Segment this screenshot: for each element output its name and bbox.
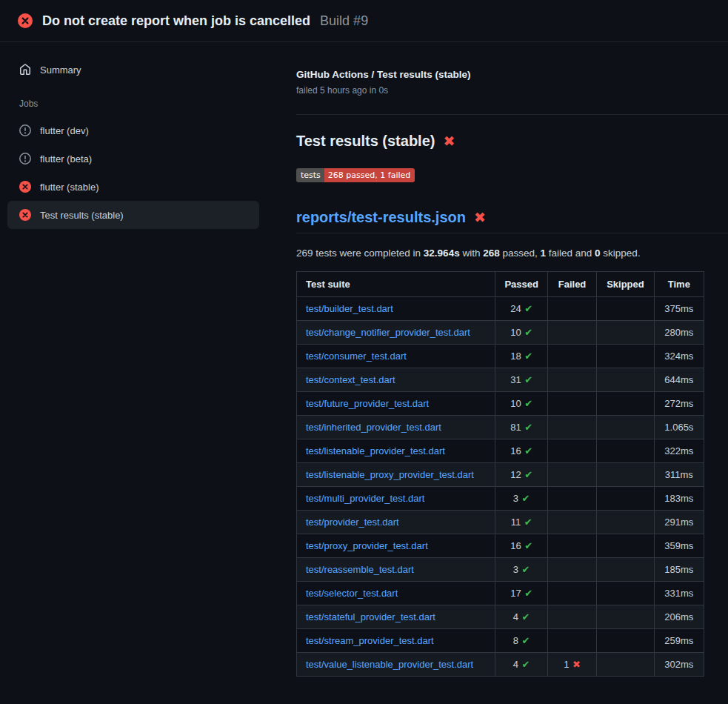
table-row: test/reassemble_test.dart3 ✔185ms — [297, 558, 704, 582]
failed-cell — [547, 439, 596, 463]
page-title: Do not create report when job is cancell… — [42, 13, 310, 29]
failed-status-icon — [19, 209, 31, 221]
failed-cell — [547, 368, 596, 392]
test-suite-link[interactable]: test/listenable_provider_test.dart — [306, 445, 445, 456]
skipped-cell — [597, 558, 655, 582]
passed-count: 3 — [513, 564, 518, 575]
suite-cell: test/selector_test.dart — [297, 582, 495, 605]
job-label: flutter (dev) — [40, 125, 89, 136]
failed-check-icon — [18, 13, 33, 28]
passed-count: 12 — [510, 469, 521, 480]
jobs-section-label: Jobs — [0, 84, 267, 116]
suite-cell: test/stateful_provider_test.dart — [297, 605, 495, 629]
suite-cell: test/consumer_test.dart — [297, 345, 495, 368]
report-file-link[interactable]: reports/test-results.json — [296, 209, 466, 226]
passed-cell: 12 ✔ — [495, 463, 548, 487]
sidebar-job-item[interactable]: flutter (dev) — [7, 116, 259, 145]
tests-status-badge: tests 268 passed, 1 failed — [296, 168, 415, 182]
passed-cell: 11 ✔ — [495, 511, 548, 534]
test-results-table: Test suite Passed Failed Skipped Time te… — [296, 271, 704, 677]
passed-count: 17 — [510, 588, 521, 599]
table-row: test/consumer_test.dart18 ✔324ms — [297, 345, 704, 368]
time-cell: 359ms — [654, 534, 704, 558]
suite-cell: test/proxy_provider_test.dart — [297, 534, 495, 558]
pass-check-icon: ✔ — [518, 564, 530, 575]
time-cell: 324ms — [654, 345, 704, 368]
table-header-row: Test suite Passed Failed Skipped Time — [297, 272, 704, 297]
summary-segment: 268 — [483, 248, 500, 259]
test-suite-link[interactable]: test/listenable_proxy_provider_test.dart — [306, 469, 474, 480]
time-cell: 259ms — [654, 629, 704, 653]
test-suite-link[interactable]: test/stream_provider_test.dart — [306, 635, 434, 646]
pass-check-icon: ✔ — [518, 635, 530, 646]
neutral-status-icon — [19, 124, 31, 136]
passed-count: 10 — [510, 398, 521, 409]
test-suite-link[interactable]: test/value_listenable_provider_test.dart — [306, 659, 473, 670]
sidebar-job-item[interactable]: Test results (stable) — [7, 201, 259, 229]
column-header-failed: Failed — [547, 272, 596, 297]
summary-segment: 32.964s — [424, 248, 460, 259]
table-row: test/proxy_provider_test.dart16 ✔359ms — [297, 534, 704, 558]
suite-cell: test/inherited_provider_test.dart — [297, 416, 495, 439]
passed-count: 10 — [510, 327, 521, 338]
skipped-cell — [597, 416, 655, 439]
passed-count: 4 — [513, 659, 518, 670]
test-suite-link[interactable]: test/reassemble_test.dart — [306, 564, 414, 575]
test-suite-link[interactable]: test/stateful_provider_test.dart — [306, 611, 435, 622]
failed-cell — [547, 463, 596, 487]
test-suite-link[interactable]: test/builder_test.dart — [306, 303, 393, 314]
passed-count: 81 — [510, 422, 521, 433]
failed-cell — [547, 392, 596, 416]
test-suite-link[interactable]: test/inherited_provider_test.dart — [306, 422, 441, 433]
test-suite-link[interactable]: test/future_provider_test.dart — [306, 398, 429, 409]
failed-cell — [547, 416, 596, 439]
table-row: test/listenable_provider_test.dart16 ✔32… — [297, 439, 704, 463]
test-suite-link[interactable]: test/context_test.dart — [306, 374, 395, 385]
table-row: test/value_listenable_provider_test.dart… — [297, 653, 704, 677]
sidebar-job-item[interactable]: flutter (stable) — [7, 173, 259, 201]
failed-cell — [547, 582, 596, 605]
test-suite-link[interactable]: test/multi_provider_test.dart — [306, 493, 424, 504]
table-row: test/selector_test.dart17 ✔331ms — [297, 582, 704, 605]
failed-cell — [547, 605, 596, 629]
suite-cell: test/change_notifier_provider_test.dart — [297, 321, 495, 345]
column-header-test-suite: Test suite — [297, 272, 495, 297]
test-suite-link[interactable]: test/proxy_provider_test.dart — [306, 540, 428, 551]
time-cell: 644ms — [654, 368, 704, 392]
fail-x-icon: ✖ — [443, 134, 455, 148]
test-suite-link[interactable]: test/provider_test.dart — [306, 517, 399, 528]
skipped-cell — [597, 487, 655, 511]
passed-cell: 3 ✔ — [495, 487, 548, 511]
time-cell: 280ms — [654, 321, 704, 345]
test-suite-link[interactable]: test/change_notifier_provider_test.dart — [306, 327, 470, 338]
failed-cell — [547, 534, 596, 558]
skipped-cell — [597, 605, 655, 629]
passed-cell: 4 ✔ — [495, 605, 548, 629]
test-suite-link[interactable]: test/consumer_test.dart — [306, 351, 407, 362]
suite-cell: test/listenable_proxy_provider_test.dart — [297, 463, 495, 487]
table-row: test/context_test.dart31 ✔644ms — [297, 368, 704, 392]
pass-check-icon: ✔ — [518, 493, 530, 504]
pass-check-icon: ✔ — [518, 611, 530, 622]
sidebar-item-summary[interactable]: Summary — [7, 56, 259, 84]
table-row: test/stream_provider_test.dart8 ✔259ms — [297, 629, 704, 653]
passed-count: 16 — [510, 540, 521, 551]
check-run-header: Do not create report when job is cancell… — [0, 0, 728, 42]
passed-cell: 16 ✔ — [495, 439, 548, 463]
build-number: Build #9 — [320, 13, 368, 29]
passed-count: 24 — [510, 303, 521, 314]
sidebar-job-item[interactable]: flutter (beta) — [7, 145, 259, 173]
table-row: test/inherited_provider_test.dart81 ✔1.0… — [297, 416, 704, 439]
time-cell: 302ms — [654, 653, 704, 677]
passed-count: 3 — [513, 493, 518, 504]
pass-check-icon: ✔ — [521, 374, 532, 385]
suite-cell: test/provider_test.dart — [297, 511, 495, 534]
skipped-cell — [597, 534, 655, 558]
job-label: flutter (beta) — [40, 153, 92, 165]
passed-cell: 81 ✔ — [495, 416, 548, 439]
test-suite-link[interactable]: test/selector_test.dart — [306, 588, 398, 599]
pass-check-icon: ✔ — [521, 351, 532, 362]
suite-cell: test/context_test.dart — [297, 368, 495, 392]
main-content: GitHub Actions / Test results (stable) f… — [267, 42, 728, 704]
report-heading: reports/test-results.json ✖ — [296, 209, 728, 233]
